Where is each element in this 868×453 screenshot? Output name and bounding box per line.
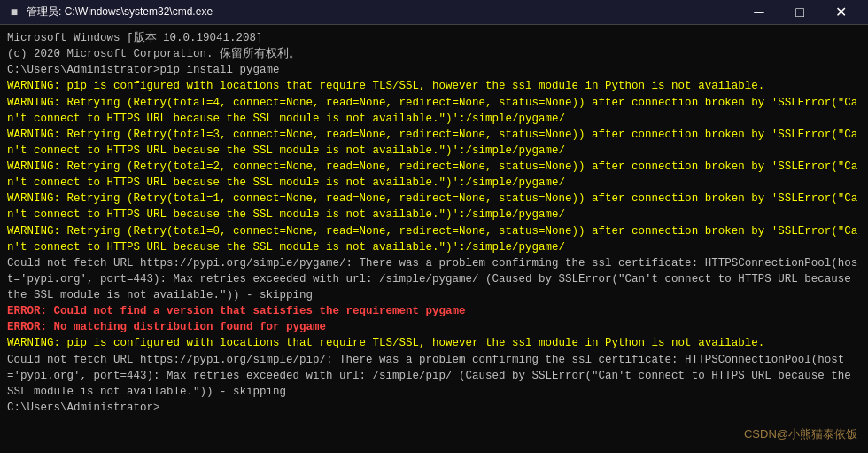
maximize-button[interactable]: □ xyxy=(779,0,820,25)
window-title: 管理员: C:\Windows\system32\cmd.exe xyxy=(27,4,213,20)
minimize-button[interactable]: ─ xyxy=(739,0,779,25)
terminal-line: WARNING: Retrying (Retry(total=4, connec… xyxy=(7,95,861,127)
terminal-line: WARNING: Retrying (Retry(total=1, connec… xyxy=(7,191,861,223)
terminal-line: WARNING: Retrying (Retry(total=0, connec… xyxy=(7,223,861,255)
terminal-line: WARNING: Retrying (Retry(total=3, connec… xyxy=(7,127,861,159)
close-button[interactable]: ✕ xyxy=(820,0,861,25)
terminal-line: Could not fetch URL https://pypi.org/sim… xyxy=(7,255,861,303)
watermark: CSDN@小熊猫泰依饭 xyxy=(744,426,857,442)
terminal-line: Microsoft Windows [版本 10.0.19041.208] xyxy=(7,30,861,46)
terminal-line: WARNING: Retrying (Retry(total=2, connec… xyxy=(7,159,861,191)
terminal-line: ERROR: Could not find a version that sat… xyxy=(7,303,861,319)
terminal[interactable]: Microsoft Windows [版本 10.0.19041.208](c)… xyxy=(0,25,868,453)
terminal-line: C:\Users\Administrator>pip install pygam… xyxy=(7,62,861,78)
window-controls: ─ □ ✕ xyxy=(739,0,861,25)
cmd-icon: ■ xyxy=(7,5,21,20)
terminal-line: C:\Users\Administrator> xyxy=(7,400,861,416)
terminal-line: (c) 2020 Microsoft Corporation. 保留所有权利。 xyxy=(7,46,861,62)
window: ■ 管理员: C:\Windows\system32\cmd.exe ─ □ ✕… xyxy=(0,0,868,453)
terminal-line: ERROR: No matching distribution found fo… xyxy=(7,319,861,335)
terminal-line: Could not fetch URL https://pypi.org/sim… xyxy=(7,352,861,400)
titlebar-left: ■ 管理员: C:\Windows\system32\cmd.exe xyxy=(7,4,739,20)
titlebar: ■ 管理员: C:\Windows\system32\cmd.exe ─ □ ✕ xyxy=(0,0,868,25)
terminal-line: WARNING: pip is configured with location… xyxy=(7,78,861,94)
terminal-line: WARNING: pip is configured with location… xyxy=(7,335,861,351)
